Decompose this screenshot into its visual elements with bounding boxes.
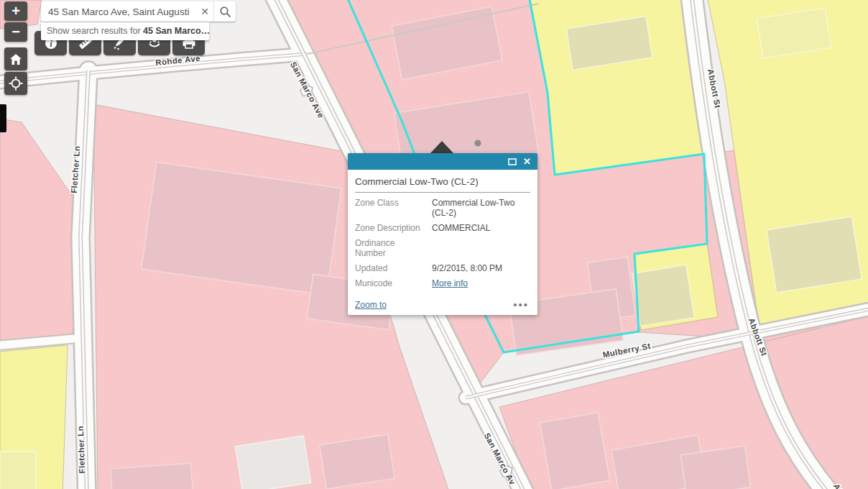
field-label: Ordinance Number xyxy=(355,238,432,258)
more-options-button[interactable]: ••• xyxy=(513,301,529,309)
search-suggestion[interactable]: Show search results for 45 San Marco… xyxy=(41,22,209,40)
street-label: Fletcher Ln xyxy=(76,426,86,474)
zoom-in-button[interactable]: + xyxy=(4,1,27,21)
panel-collapse-tab[interactable] xyxy=(0,104,6,132)
zoom-to-link[interactable]: Zoom to xyxy=(355,300,387,310)
suggestion-prefix: Show search results for xyxy=(47,26,143,36)
popup-field-row: Zone DescriptionCOMMERCIAL xyxy=(355,223,530,233)
home-icon xyxy=(9,53,22,65)
close-button[interactable]: ✕ xyxy=(523,156,531,167)
popup-field-row: Zone ClassCommercial Low-Two (CL-2) xyxy=(355,198,530,218)
field-value: Commercial Low-Two (CL-2) xyxy=(432,198,530,218)
maximize-button[interactable] xyxy=(508,158,517,165)
field-label: Zone Description xyxy=(355,223,432,233)
field-link[interactable]: More info xyxy=(432,278,530,288)
field-value xyxy=(432,238,530,258)
field-label: Zone Class xyxy=(355,198,432,218)
popup-footer: Zoom to ••• xyxy=(355,300,529,310)
feature-popup: ✕ Commercial Low-Two (CL-2) Zone ClassCo… xyxy=(348,153,537,315)
suggestion-term: 45 San Marco… xyxy=(143,26,209,36)
popup-title: Commercial Low-Two (CL-2) xyxy=(348,170,537,192)
popup-field-row: MunicodeMore info xyxy=(355,278,530,288)
search-icon xyxy=(219,6,231,18)
popup-field-row: Updated9/2/2015, 8:00 PM xyxy=(355,263,530,273)
field-value: 9/2/2015, 8:00 PM xyxy=(432,263,530,273)
search-button[interactable] xyxy=(213,1,236,22)
search-bar: ✕ xyxy=(41,1,236,22)
field-value: COMMERCIAL xyxy=(432,223,530,233)
popup-anchor-arrow xyxy=(430,141,454,154)
popup-header: ✕ xyxy=(348,153,537,170)
field-label: Municode xyxy=(355,278,432,288)
clear-search-icon[interactable]: ✕ xyxy=(196,6,213,17)
popup-field-row: Ordinance Number xyxy=(355,238,530,258)
crosshair-icon xyxy=(9,76,23,91)
zoom-out-button[interactable]: − xyxy=(4,22,27,42)
locate-button[interactable] xyxy=(4,72,27,95)
popup-divider xyxy=(355,192,530,193)
point-marker[interactable] xyxy=(475,140,481,147)
popup-fields: Zone ClassCommercial Low-Two (CL-2)Zone … xyxy=(348,198,537,288)
search-input[interactable] xyxy=(41,6,196,17)
field-label: Updated xyxy=(355,263,432,273)
map-application: Rohde AveSan Marco AveFletcher LnFletche… xyxy=(0,0,868,489)
home-button[interactable] xyxy=(4,47,27,70)
